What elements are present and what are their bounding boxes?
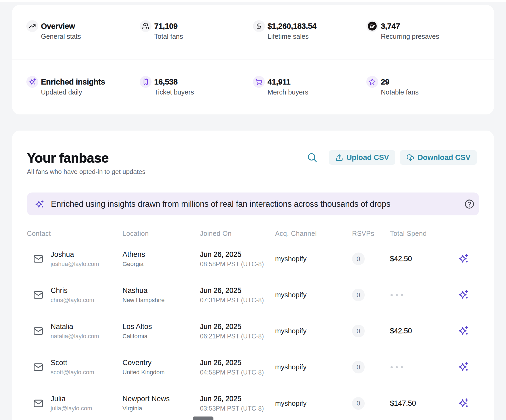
rsvp-cell: 0: [352, 397, 390, 410]
joined-date: Jun 26, 2025: [200, 286, 275, 295]
download-csv-label: Download CSV: [417, 153, 470, 162]
dot: [401, 366, 403, 368]
page-title: Your fanbase: [27, 150, 145, 166]
spend-cell: $42.50: [390, 327, 444, 335]
stat-subtitle: Updated daily: [41, 88, 105, 96]
download-csv-button[interactable]: Download CSV: [400, 150, 477, 165]
mail-icon: [33, 290, 44, 300]
fan-name: Joshua: [51, 250, 99, 259]
location-cell: AthensGeorgia: [122, 250, 200, 268]
acq-channel: myshopify: [275, 255, 352, 263]
column-header-acq-channel: Acq. Channel: [275, 230, 352, 237]
fan-name: Julia: [51, 394, 92, 403]
fan-city: Los Altos: [122, 322, 200, 331]
joined-date: Jun 26, 2025: [200, 322, 275, 331]
table-header-row: ContactLocationJoined OnAcq. ChannelRSVP…: [27, 226, 479, 241]
mail-icon: [33, 254, 44, 264]
fan-city: Coventry: [122, 358, 200, 367]
fan-row[interactable]: Scottscott@laylo.comCoventryUnited Kingd…: [27, 349, 479, 385]
acq-channel: myshopify: [275, 399, 352, 408]
contact-cell: Scottscott@laylo.com: [27, 358, 122, 376]
column-header-rsvps: RSVPs: [352, 230, 390, 237]
spend-unknown-dots: [390, 291, 444, 299]
fan-row[interactable]: Juliajulia@laylo.comNewport NewsVirginia…: [27, 385, 479, 420]
top-strip: [0, 0, 506, 2]
rsvp-count-badge: 0: [352, 361, 365, 373]
stat-title: 71,109: [154, 20, 183, 32]
enrich-button[interactable]: [458, 289, 469, 300]
mail-icon: [33, 326, 44, 336]
column-header-total-spend: Total Spend: [390, 230, 444, 237]
fan-row[interactable]: Chrischris@laylo.comNashuaNew HampshireJ…: [27, 277, 479, 313]
fan-email: natalia@laylo.com: [51, 332, 99, 340]
joined-date: Jun 26, 2025: [200, 394, 275, 403]
fan-row[interactable]: Joshuajoshua@laylo.comAthensGeorgiaJun 2…: [27, 241, 479, 277]
mail-icon: [33, 398, 44, 409]
joined-time: 08:58PM PST (UTC-8): [200, 260, 275, 268]
stat-title: $1,260,183.54: [268, 20, 317, 32]
joined-cell: Jun 26, 202504:58PM PST (UTC-8): [200, 358, 275, 376]
dot: [391, 294, 393, 296]
fan-row[interactable]: Natalianatalia@laylo.comLos AltosCalifor…: [27, 313, 479, 349]
spend-cell: $147.50: [390, 399, 444, 408]
spend-cell: $42.50: [390, 255, 444, 263]
upload-csv-button[interactable]: Upload CSV: [329, 150, 395, 165]
spend-unknown-dots: [390, 363, 444, 371]
help-button[interactable]: [464, 199, 475, 209]
sparkles-icon: [458, 326, 469, 337]
acq-channel: myshopify: [275, 327, 352, 335]
enrich-button[interactable]: [458, 398, 469, 409]
ticket-icon: [140, 76, 152, 88]
fanbase-card: Your fanbase All fans who have opted-in …: [12, 131, 494, 420]
total-spend-value: $42.50: [390, 255, 412, 263]
fanbase-header: Your fanbase All fans who have opted-in …: [27, 131, 479, 176]
acq-channel: myshopify: [275, 291, 352, 299]
stat-subtitle: Recurring presaves: [381, 32, 439, 40]
fan-name: Natalia: [51, 322, 99, 331]
mail-icon: [33, 362, 44, 372]
rsvp-cell: 0: [352, 361, 390, 373]
search-button[interactable]: [307, 152, 317, 163]
location-cell: Los AltosCalifornia: [122, 322, 200, 340]
table-body: Joshuajoshua@laylo.comAthensGeorgiaJun 2…: [27, 241, 479, 420]
stat-title: Overview: [41, 20, 81, 32]
stats-row-enriched: Enriched insightsUpdated daily16,538Tick…: [12, 60, 494, 115]
joined-cell: Jun 26, 202508:58PM PST (UTC-8): [200, 250, 275, 268]
action-cell: [444, 326, 479, 337]
spotify-icon: [366, 20, 378, 32]
rsvp-count-badge: 0: [352, 397, 365, 410]
stat-general-stats: OverviewGeneral stats: [26, 20, 140, 60]
rsvp-count-badge: 0: [352, 289, 365, 301]
users-icon: [140, 20, 152, 32]
rsvp-cell: 0: [352, 325, 390, 337]
stats-row-overview: OverviewGeneral stats71,109Total fans$1,…: [12, 5, 494, 60]
fan-email: scott@laylo.com: [51, 369, 94, 376]
location-cell: NashuaNew Hampshire: [122, 286, 200, 304]
stat-subtitle: Lifetime sales: [268, 32, 317, 40]
help-circle-icon: [464, 199, 475, 209]
stat-subtitle: Total fans: [154, 32, 183, 40]
enrich-button[interactable]: [458, 326, 469, 337]
action-cell: [444, 253, 479, 264]
stats-card: OverviewGeneral stats71,109Total fans$1,…: [12, 5, 494, 114]
dot: [391, 366, 393, 368]
stat-lifetime-sales: $1,260,183.54Lifetime sales: [253, 20, 366, 60]
dot: [396, 366, 398, 368]
sparkles-icon: [458, 253, 469, 264]
search-icon: [307, 152, 317, 163]
total-spend-value: $42.50: [390, 327, 412, 335]
fan-region: Virginia: [122, 405, 200, 412]
rsvp-count-badge: 0: [352, 253, 365, 265]
location-cell: CoventryUnited Kingdom: [122, 358, 200, 376]
enriched-banner: Enriched using insights drawn from milli…: [27, 192, 479, 215]
joined-time: 03:53PM PST (UTC-8): [200, 405, 275, 412]
enriched-banner-text: Enriched using insights drawn from milli…: [51, 199, 464, 209]
sparkles-icon: [458, 289, 469, 300]
fan-region: California: [122, 332, 200, 340]
fan-email: julia@laylo.com: [51, 405, 92, 412]
contact-cell: Natalianatalia@laylo.com: [27, 322, 122, 340]
fan-email: joshua@laylo.com: [51, 260, 99, 268]
stat-merch-buyers: 41,911Merch buyers: [253, 76, 366, 115]
enrich-button[interactable]: [458, 253, 469, 264]
enrich-button[interactable]: [458, 362, 469, 373]
